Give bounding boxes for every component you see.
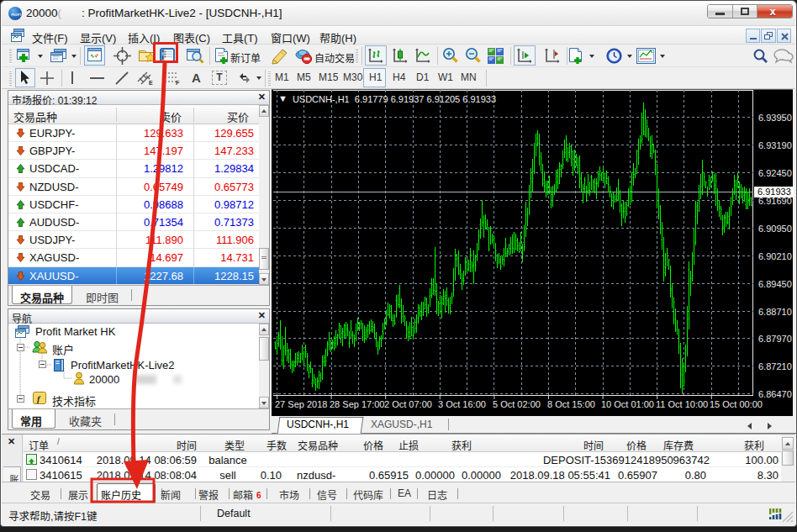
svg-text:E: E [149,80,153,86]
svg-text:F: F [176,80,180,86]
